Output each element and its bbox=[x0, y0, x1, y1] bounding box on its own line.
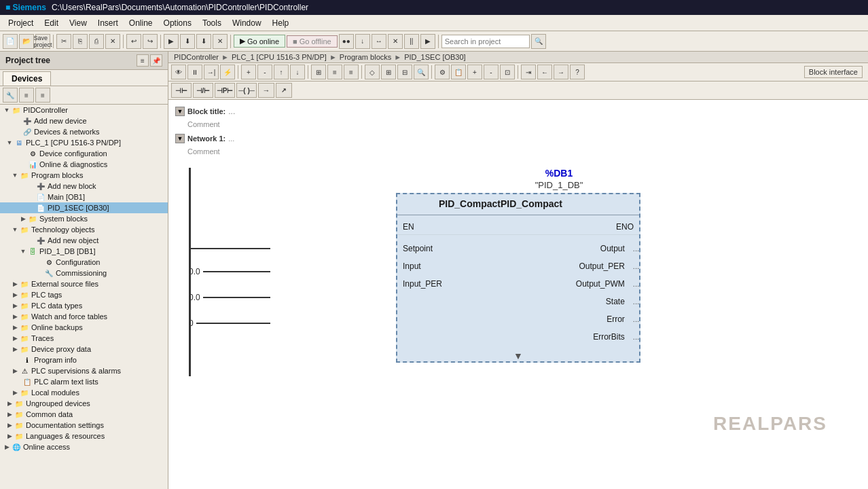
sidebar-pin-btn[interactable]: 📌 bbox=[150, 54, 162, 67]
tree-system-blocks[interactable]: ▶ 📁 System blocks bbox=[0, 213, 168, 224]
show-ops-btn[interactable]: ≡ bbox=[327, 65, 342, 79]
block-title-collapse[interactable]: ▼ bbox=[175, 107, 185, 116]
tree-plc-data-types[interactable]: ▶ 📁 PLC data types bbox=[0, 300, 168, 311]
tree-root[interactable]: ▼ 📁 PIDController bbox=[0, 105, 168, 115]
delete-network-btn[interactable]: - bbox=[257, 65, 272, 79]
tree-online-access[interactable]: ▶ 🌐 Online access bbox=[0, 441, 168, 452]
tree-add-block[interactable]: ➕ Add new block bbox=[0, 181, 168, 192]
show-ld-btn[interactable]: ≡ bbox=[344, 65, 359, 79]
tree-device-proxy[interactable]: ▶ 📁 Device proxy data bbox=[0, 344, 168, 355]
sidebar-icon-btn-3[interactable]: ≡ bbox=[35, 88, 50, 103]
lad-arrow-right[interactable]: → bbox=[258, 83, 274, 98]
tree-main-ob1[interactable]: 📄 Main [OB1] bbox=[0, 192, 168, 202]
goto-btn[interactable]: ⇥ bbox=[521, 65, 536, 79]
sidebar-icon-btn-1[interactable]: 🔧 bbox=[3, 88, 18, 103]
lad-pos-tran[interactable]: ⊣P⊢ bbox=[215, 83, 235, 98]
open-close-all-btn[interactable]: ◇ bbox=[365, 65, 380, 79]
move-up-btn[interactable]: ↑ bbox=[274, 65, 289, 79]
close-button[interactable]: ✕ bbox=[213, 34, 228, 49]
sidebar-toggle-btn[interactable]: ≡ bbox=[137, 54, 149, 67]
tree-plc-supervisions[interactable]: ▶ ⚠ PLC supervisions & alarms bbox=[0, 365, 168, 376]
tree-program-info[interactable]: ℹ Program info bbox=[0, 355, 168, 365]
new-button[interactable]: 📄 bbox=[3, 34, 18, 49]
cut-button[interactable]: ✂ bbox=[56, 34, 71, 49]
connect-button[interactable]: ●● bbox=[339, 34, 354, 49]
menu-window[interactable]: Window bbox=[227, 17, 267, 29]
lad-no-contact[interactable]: ⊣⊢ bbox=[171, 83, 192, 98]
tree-alarm-text[interactable]: 📋 PLC alarm text lists bbox=[0, 376, 168, 387]
search-input[interactable] bbox=[441, 35, 530, 48]
zoom-out-btn[interactable]: - bbox=[484, 65, 499, 79]
menu-edit[interactable]: Edit bbox=[39, 17, 64, 29]
tree-external-sources[interactable]: ▶ 📁 External source files bbox=[0, 278, 168, 289]
show-all-btn[interactable]: ⊞ bbox=[311, 65, 326, 79]
tree-doc-settings[interactable]: ▶ 📁 Documentation settings bbox=[0, 420, 168, 431]
properties-btn[interactable]: 📋 bbox=[451, 65, 466, 79]
copy-button[interactable]: ⎘ bbox=[73, 34, 88, 49]
monitor-btn[interactable]: 👁 bbox=[171, 65, 186, 79]
redo-button[interactable]: ↪ bbox=[143, 34, 158, 49]
force-btn[interactable]: ⚡ bbox=[220, 65, 235, 79]
tree-local-modules[interactable]: ▶ 📁 Local modules bbox=[0, 387, 168, 398]
sidebar-icon-btn-2[interactable]: ≡ bbox=[19, 88, 34, 103]
compare-button[interactable]: ↔ bbox=[372, 34, 386, 49]
move-down-btn[interactable]: ↓ bbox=[290, 65, 305, 79]
download2-button[interactable]: ⬇ bbox=[196, 34, 211, 49]
compare-view-btn[interactable]: ⊟ bbox=[397, 65, 412, 79]
delete-button[interactable]: ✕ bbox=[105, 34, 120, 49]
monitor2-btn[interactable]: ⏸ bbox=[187, 65, 202, 79]
network-view-btn[interactable]: ⊞ bbox=[381, 65, 396, 79]
menu-options[interactable]: Options bbox=[158, 17, 197, 29]
tree-ungrouped[interactable]: ▶ 📁 Ungrouped devices bbox=[0, 398, 168, 409]
lad-nc-contact[interactable]: ⊣/⊢ bbox=[193, 83, 213, 98]
paste-button[interactable]: ⎙ bbox=[89, 34, 104, 49]
breadcrumb-item-4[interactable]: PID_1SEC [OB30] bbox=[404, 53, 466, 61]
pause-button[interactable]: || bbox=[404, 34, 419, 49]
tree-device-config[interactable]: ⚙ Device configuration bbox=[0, 148, 168, 159]
compile-button[interactable]: ▶ bbox=[164, 34, 179, 49]
run-button[interactable]: ▶ bbox=[420, 34, 435, 49]
tree-devices-networks[interactable]: 🔗 Devices & networks bbox=[0, 126, 168, 137]
add-network-btn[interactable]: + bbox=[241, 65, 256, 79]
block-interface-label[interactable]: Block interface bbox=[804, 66, 863, 78]
devices-tab[interactable]: Devices bbox=[3, 71, 51, 86]
go-online-button[interactable]: ▶ Go online bbox=[234, 35, 285, 48]
diagram-area[interactable]: ▼ Block title: ... Comment ▼ Network 1: … bbox=[168, 100, 868, 489]
tree-tech-objects[interactable]: ▼ 📁 Technology objects bbox=[0, 224, 168, 235]
tree-program-blocks[interactable]: ▼ 📁 Program blocks bbox=[0, 170, 168, 181]
network-collapse[interactable]: ▼ bbox=[175, 134, 185, 143]
menu-project[interactable]: Project bbox=[3, 17, 39, 29]
tree-pid1-db1[interactable]: ▼ 🗄 PID_1_DB [DB1] bbox=[0, 246, 168, 257]
go-offline-button[interactable]: ■ Go offline bbox=[287, 35, 338, 48]
pid-compact-block[interactable]: PID_CompactPID_Compact EN ENO Setpo bbox=[396, 193, 640, 363]
search-button[interactable]: 🔍 bbox=[531, 34, 546, 49]
load-button[interactable]: ↓ bbox=[355, 34, 370, 49]
menu-insert[interactable]: Insert bbox=[92, 17, 124, 29]
zoom-btn[interactable]: 🔍 bbox=[414, 65, 429, 79]
save-button[interactable]: Save project bbox=[35, 34, 50, 49]
breadcrumb-item-3[interactable]: Program blocks bbox=[340, 53, 391, 61]
tree-online-backups[interactable]: ▶ 📁 Online backups bbox=[0, 322, 168, 333]
help-btn[interactable]: ? bbox=[570, 65, 585, 79]
tree-pid1sec-ob30[interactable]: 📄 PID_1SEC [OB30] bbox=[0, 202, 168, 213]
tree-commissioning[interactable]: 🔧 Commissioning bbox=[0, 268, 168, 278]
menu-view[interactable]: View bbox=[64, 17, 92, 29]
step-btn[interactable]: →| bbox=[204, 65, 219, 79]
lad-output-coil[interactable]: ─( )─ bbox=[236, 83, 257, 98]
tree-configuration[interactable]: ⚙ Configuration bbox=[0, 257, 168, 268]
menu-help[interactable]: Help bbox=[267, 17, 295, 29]
settings-btn[interactable]: ⚙ bbox=[435, 65, 450, 79]
lad-arrow-diag[interactable]: ↗ bbox=[276, 83, 292, 98]
tree-add-object[interactable]: ➕ Add new object bbox=[0, 235, 168, 246]
tree-languages[interactable]: ▶ 📁 Languages & resources bbox=[0, 431, 168, 441]
menu-online[interactable]: Online bbox=[124, 17, 158, 29]
scroll-indicator[interactable]: ▼ bbox=[397, 350, 639, 361]
zoom-in-btn[interactable]: + bbox=[467, 65, 482, 79]
tree-plc-tags[interactable]: ▶ 📁 PLC tags bbox=[0, 289, 168, 300]
breadcrumb-item-1[interactable]: PIDController bbox=[174, 53, 219, 61]
breadcrumb-item-2[interactable]: PLC_1 [CPU 1516-3 PN/DP] bbox=[232, 53, 327, 61]
back-btn[interactable]: ← bbox=[537, 65, 552, 79]
tree-watch-force[interactable]: ▶ 📁 Watch and force tables bbox=[0, 311, 168, 322]
tree-plc1[interactable]: ▼ 🖥 PLC_1 [CPU 1516-3 PN/DP] bbox=[0, 137, 168, 148]
tree-traces[interactable]: ▶ 📁 Traces bbox=[0, 333, 168, 344]
